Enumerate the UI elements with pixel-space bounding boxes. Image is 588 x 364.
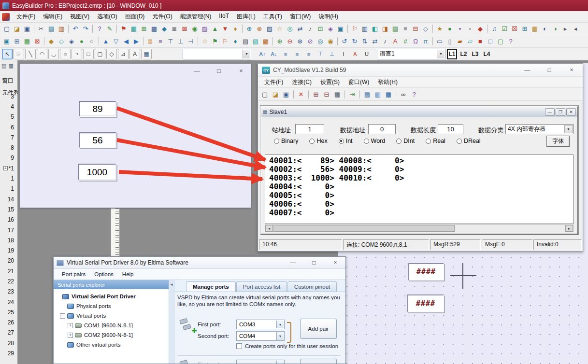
menu-item[interactable]: 连接(C) (287, 77, 316, 87)
menu-item[interactable]: 文件(F) (260, 77, 287, 87)
tool2-icon-14[interactable]: ≣ (145, 37, 155, 46)
radio-option[interactable]: Word (364, 138, 386, 144)
window-list-item[interactable]: 24 (0, 297, 17, 307)
tool2-icon-32[interactable]: ↺ (340, 37, 349, 46)
tool2-icon-38[interactable]: # (401, 37, 410, 46)
tool2-icon-29[interactable]: ⊘ (305, 37, 315, 46)
tool-icon-06[interactable]: ≣ (170, 24, 179, 34)
polygon-tool-icon[interactable]: ◇ (106, 49, 117, 59)
tool-icon-05[interactable]: ◆ (159, 24, 169, 34)
tool-icon-17[interactable]: ◎ (285, 24, 295, 34)
menu-item[interactable]: 设置(S) (316, 77, 344, 87)
italic-icon[interactable]: I (338, 49, 349, 59)
tool2-icon-35[interactable]: ⇄ (370, 37, 380, 46)
tool-icon-32[interactable]: ● (445, 24, 455, 34)
tool-icon-24[interactable]: ▥ (360, 24, 370, 34)
window-list-item[interactable]: 7 (0, 132, 17, 142)
chevron-down-icon[interactable]: ▼ (437, 50, 445, 58)
tool-icon-07[interactable]: ⊠ (180, 24, 189, 34)
tool-icon-04[interactable]: ▩ (149, 24, 159, 34)
tool-icon-12[interactable]: ♦ (230, 24, 240, 34)
window-list-item[interactable]: 1 (0, 184, 17, 194)
tool-icon-13[interactable]: ⊕ (244, 24, 254, 34)
tool2-icon-03[interactable]: ▦ (22, 37, 32, 46)
toolbar-separator[interactable] (344, 90, 345, 98)
toolbar-separator[interactable] (116, 25, 117, 33)
edit-station-icon[interactable]: ▦ (332, 89, 342, 99)
toolbar-separator[interactable] (68, 25, 69, 33)
maximize-icon[interactable]: □ (311, 259, 317, 266)
menu-item[interactable]: 窗口(W) (344, 77, 373, 87)
menu-item[interactable]: 画面(D) (121, 11, 149, 22)
minimize-icon[interactable]: — (194, 67, 200, 74)
tool2-icon-01[interactable]: ▣ (2, 37, 12, 46)
window-list-item[interactable]: 9 (0, 153, 17, 163)
tool2-icon-31[interactable]: ◉ (326, 37, 335, 46)
toolbar-separator[interactable] (198, 37, 198, 45)
toolbar-separator[interactable] (347, 25, 348, 33)
station-address-input[interactable] (295, 124, 324, 134)
tool2-icon-08[interactable]: ● (77, 37, 86, 46)
windows-panel-caption[interactable]: 窗口 (2, 77, 14, 85)
tool-icon-29[interactable]: ⊟ (411, 24, 420, 34)
window-list-item[interactable]: 5 (0, 112, 17, 122)
rect-tool-icon[interactable]: □ (83, 49, 94, 59)
tool2-icon-48[interactable]: ? (506, 37, 516, 46)
second-port-combo[interactable]: COM4 ▼ (236, 331, 285, 341)
align-right-icon[interactable]: ≡ (303, 49, 314, 59)
tab[interactable]: Custom pinout (287, 281, 337, 292)
menu-item[interactable]: 视图(V) (66, 11, 93, 22)
tool2-icon-20[interactable]: ⚑ (210, 37, 220, 46)
chevron-down-icon[interactable]: ▼ (276, 321, 284, 328)
paste-icon[interactable]: ▥ (57, 24, 66, 34)
menu-item[interactable]: Help (118, 270, 138, 278)
add-station-icon[interactable]: ⊞ (311, 89, 321, 99)
radio-option[interactable]: Real (426, 138, 445, 144)
new-icon[interactable]: ▢ (2, 24, 12, 34)
window-list-item[interactable]: 14 (0, 194, 17, 204)
numeric-placeholder-object[interactable]: #### (407, 294, 444, 312)
tool2-icon-18[interactable]: ⊣ (186, 37, 196, 46)
tree-item[interactable]: Other virtual ports (54, 340, 169, 350)
chevron-down-icon[interactable]: ▼ (564, 125, 573, 133)
minimize-icon[interactable]: — (289, 259, 296, 266)
cut-icon[interactable]: ✂ (36, 24, 46, 34)
find-icon[interactable]: ∞ (399, 89, 408, 99)
radio-option[interactable]: Binary (274, 138, 298, 144)
window-list-item[interactable]: 17 (0, 225, 17, 235)
valign-bottom-icon[interactable]: ⊥ (327, 49, 337, 59)
radio-option[interactable]: DInt (396, 138, 415, 144)
window-list-item[interactable]: 26 (0, 318, 17, 328)
align-left-icon[interactable]: ≡ (280, 49, 291, 59)
tool-icon-14[interactable]: ⊗ (255, 24, 264, 34)
toolbar-separator[interactable] (432, 25, 433, 33)
tool-icon-36[interactable]: ♫ (489, 24, 499, 34)
tool-icon-28[interactable]: ≡ (401, 24, 410, 34)
tool-icon-20[interactable]: ⊡ (316, 24, 325, 34)
toolbar-separator[interactable] (487, 25, 488, 33)
tool-icon-41[interactable]: ◐ (540, 24, 550, 34)
delete-pair-button[interactable] (300, 359, 337, 364)
app-titlebar[interactable]: EasyBuilder Pro : EBProject2.emtp : [10 … (0, 0, 588, 11)
toolbar-separator[interactable] (359, 90, 360, 98)
font-family-combo[interactable]: ▼ (183, 49, 251, 59)
close-icon[interactable]: × (332, 259, 339, 266)
window-list-item[interactable]: 16 (0, 215, 17, 225)
font-color-icon[interactable]: A (350, 49, 360, 59)
valign-top-icon[interactable]: ⊤ (315, 49, 326, 59)
context-help-icon[interactable]: ✎ (105, 24, 115, 34)
close-icon[interactable]: ✕ (566, 108, 576, 116)
tool-icon-42[interactable]: ◑ (550, 24, 560, 34)
radio-option[interactable]: Hex (309, 138, 327, 144)
scale-tool-icon[interactable]: ⊿ (118, 49, 129, 59)
menu-item[interactable]: 帮助(H) (373, 77, 402, 87)
design-window[interactable]: —□× 89 56 1000 (19, 63, 251, 208)
tool-icon-38[interactable]: ☒ (510, 24, 519, 34)
chevron-down-icon[interactable]: ▼ (276, 361, 284, 364)
data-address-input[interactable] (368, 124, 396, 134)
tool-icon-27[interactable]: ▤ (390, 24, 400, 34)
tree-item[interactable]: − Virtual ports (54, 311, 169, 321)
window-list-item[interactable]: 21 (0, 266, 17, 276)
numeric-display-object[interactable]: 89 (79, 101, 116, 117)
menu-item[interactable]: 编辑(E) (39, 11, 66, 22)
